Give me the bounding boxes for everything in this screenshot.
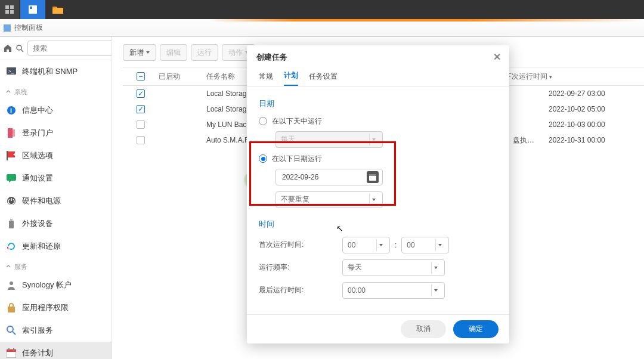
svg-rect-14 (13, 129, 15, 137)
terminal-icon: >_ (6, 66, 17, 77)
sidebar: >_ 终端机和 SNMP 系统 i信息中心 登录门户 区域选项 通知设置 硬件和… (0, 37, 112, 359)
desktop-taskbar (0, 0, 644, 19)
header-checkbox[interactable]: − (137, 72, 145, 81)
power-icon (6, 196, 17, 206)
ok-button[interactable]: 确定 (453, 320, 499, 338)
sidebar-item-hardware[interactable]: 硬件和电源 (0, 190, 112, 212)
time-section-title: 时间 (259, 219, 497, 230)
svg-rect-29 (369, 174, 376, 176)
col-next[interactable]: 下次运行时间 ▾ (504, 72, 624, 82)
flag-icon (6, 150, 17, 161)
mouse-cursor: ↖ (336, 224, 343, 233)
radio-icon[interactable] (259, 117, 267, 125)
sidebar-item-update[interactable]: 更新和还原 (0, 235, 112, 258)
svg-rect-3 (10, 10, 14, 14)
tab-task-settings[interactable]: 任务设置 (309, 72, 338, 86)
modal-title: 创建任务 (256, 52, 287, 63)
sidebar-item-terminal-snmp[interactable]: >_ 终端机和 SNMP (0, 60, 112, 83)
add-button[interactable]: 新增 (123, 44, 156, 61)
svg-rect-5 (30, 7, 32, 9)
refresh-icon (6, 241, 17, 252)
apps-grid-button[interactable] (0, 0, 19, 19)
sidebar-item-login-portal[interactable]: 登录门户 (0, 122, 112, 144)
edit-button[interactable]: 编辑 (160, 44, 187, 61)
sidebar-section-system[interactable]: 系统 (0, 83, 112, 99)
door-icon (6, 128, 17, 138)
repeat-select[interactable]: 不要重复 (275, 191, 383, 208)
svg-rect-0 (5, 5, 9, 9)
svg-point-22 (7, 326, 13, 332)
sidebar-section-service[interactable]: 服务 (0, 258, 112, 274)
svg-rect-2 (5, 10, 9, 14)
window-icon (4, 24, 11, 32)
first-run-label: 首次运行时间: (259, 240, 342, 250)
svg-text:i: i (10, 107, 12, 114)
lock-icon (6, 302, 17, 313)
sidebar-item-scheduler[interactable]: 任务计划 (0, 342, 112, 359)
date-input[interactable]: 2022-09-26 (275, 169, 383, 185)
sidebar-item-external[interactable]: 外接设备 (0, 212, 112, 235)
last-run-select[interactable]: 00:00 (342, 282, 445, 299)
radio-run-on-date[interactable]: 在以下日期运行 (259, 154, 497, 164)
window-title: 控制面板 (14, 23, 43, 33)
radio-icon[interactable] (259, 154, 267, 163)
modal-title-bar: 创建任务 ✕ (247, 45, 509, 69)
sidebar-item-info-center[interactable]: i信息中心 (0, 99, 112, 122)
user-icon (6, 280, 17, 290)
control-panel-task[interactable] (20, 0, 45, 19)
every-day-select: 每天 (275, 131, 383, 148)
search-icon[interactable] (16, 41, 24, 56)
tab-schedule[interactable]: 计划 (284, 70, 298, 86)
row-checkbox[interactable] (137, 136, 145, 144)
col-enabled[interactable]: 已启动 (159, 72, 206, 82)
svg-rect-6 (52, 7, 56, 8)
window-titlebar: 控制面板 (0, 19, 644, 37)
run-button[interactable]: 运行 (191, 44, 218, 61)
last-run-label: 最后运行时间: (259, 285, 342, 295)
first-run-minute-select[interactable]: 00 (401, 237, 449, 253)
calendar-icon (6, 348, 17, 358)
sidebar-item-app-perm[interactable]: 应用程序权限 (0, 296, 112, 319)
tab-general[interactable]: 常规 (259, 72, 273, 86)
modal-tabs: 常规 计划 任务设置 (247, 69, 509, 86)
row-checkbox[interactable]: ✓ (137, 89, 145, 98)
home-icon[interactable] (4, 41, 12, 56)
search-input[interactable] (27, 41, 112, 56)
svg-point-7 (17, 45, 21, 50)
svg-rect-25 (7, 349, 16, 352)
chat-icon (6, 173, 17, 184)
row-checkbox[interactable]: ✓ (137, 105, 145, 113)
freq-select[interactable]: 每天 (342, 259, 445, 276)
modal-body: 日期 在以下天中运行 每天 在以下日期运行 2022-09-26 不要重复 (247, 86, 509, 314)
sidebar-item-synology-account[interactable]: Synology 帐户 (0, 274, 112, 296)
svg-rect-1 (10, 5, 14, 9)
sidebar-item-label: 终端机和 SNMP (22, 66, 78, 77)
close-icon[interactable]: ✕ (493, 51, 501, 63)
usb-icon (6, 218, 17, 229)
sidebar-item-notify[interactable]: 通知设置 (0, 167, 112, 190)
freq-label: 运行频率: (259, 262, 342, 273)
calendar-picker-icon[interactable] (367, 171, 379, 183)
sidebar-item-index[interactable]: 索引服务 (0, 319, 112, 342)
svg-point-20 (10, 281, 13, 285)
svg-rect-16 (7, 174, 16, 181)
row-checkbox[interactable] (137, 120, 145, 129)
svg-rect-15 (7, 151, 8, 160)
info-icon: i (6, 105, 17, 116)
radio-run-on-days[interactable]: 在以下天中运行 (259, 116, 497, 126)
svg-rect-21 (8, 307, 15, 312)
file-station-task[interactable] (45, 0, 70, 19)
svg-line-23 (13, 332, 16, 335)
modal-footer: 取消 确定 (247, 314, 509, 343)
time-colon: : (395, 241, 397, 249)
cancel-button[interactable]: 取消 (401, 320, 446, 338)
svg-text:>_: >_ (8, 69, 14, 74)
svg-rect-13 (8, 128, 13, 138)
first-run-hour-select[interactable]: 00 (342, 237, 390, 253)
create-task-modal: 创建任务 ✕ 常规 计划 任务设置 日期 在以下天中运行 每天 在以下日期运行 … (247, 45, 509, 343)
sidebar-item-region[interactable]: 区域选项 (0, 144, 112, 167)
svg-rect-19 (10, 219, 13, 221)
date-section-title: 日期 (259, 98, 497, 109)
svg-rect-18 (9, 221, 14, 228)
search-file-icon (6, 325, 17, 336)
